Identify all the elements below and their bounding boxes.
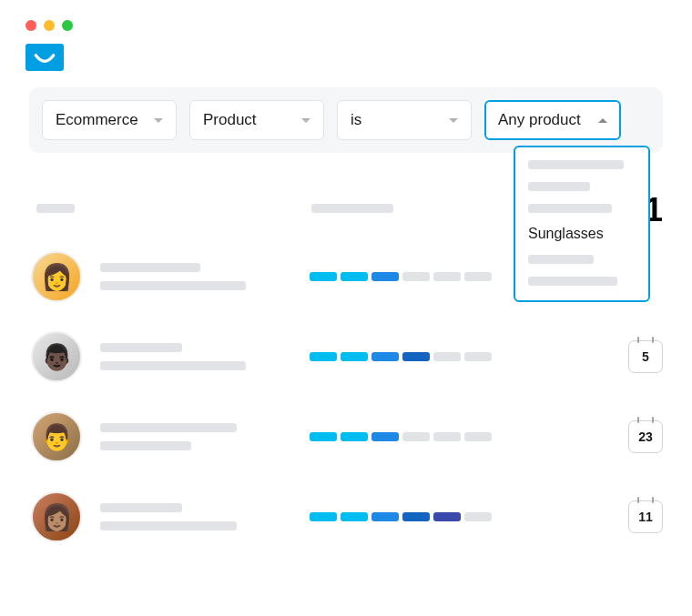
avatar: 👩 bbox=[31, 251, 82, 302]
avatar: 👨 bbox=[31, 411, 82, 462]
list-row[interactable]: 👩🏽 11 bbox=[31, 477, 663, 557]
chevron-down-icon bbox=[154, 118, 163, 123]
activity-bars bbox=[310, 352, 492, 361]
chevron-up-icon bbox=[598, 118, 607, 123]
name-placeholder bbox=[100, 503, 182, 512]
filter-value-dropdown[interactable]: Any product bbox=[484, 100, 621, 140]
bar-segment bbox=[341, 352, 368, 361]
bar-segment bbox=[433, 432, 461, 441]
bar-segment bbox=[433, 272, 461, 281]
bar-segment bbox=[371, 352, 399, 361]
bar-segment bbox=[433, 512, 461, 521]
bar-segment bbox=[341, 432, 368, 441]
detail-placeholder bbox=[100, 441, 191, 450]
name-placeholder bbox=[100, 343, 182, 352]
window-minimize-dot[interactable] bbox=[44, 20, 55, 31]
row-text bbox=[100, 423, 310, 450]
app-logo bbox=[25, 44, 64, 71]
window-controls bbox=[0, 0, 692, 31]
option-placeholder[interactable] bbox=[528, 182, 590, 191]
smile-icon bbox=[33, 45, 56, 69]
bar-segment bbox=[341, 512, 368, 521]
activity-bars bbox=[310, 432, 492, 441]
filter-bar: Ecommerce Product is Any product Sunglas… bbox=[29, 87, 663, 153]
option-placeholder[interactable] bbox=[528, 160, 624, 169]
filter-category-dropdown[interactable]: Ecommerce bbox=[42, 100, 177, 140]
bar-segment bbox=[310, 272, 337, 281]
detail-placeholder bbox=[100, 281, 246, 290]
filter-operator-label: is bbox=[351, 111, 361, 129]
option-sunglasses[interactable]: Sunglasses bbox=[528, 226, 636, 242]
avatar: 👩🏽 bbox=[31, 491, 82, 542]
name-placeholder bbox=[100, 423, 237, 432]
calendar-badge: 11 bbox=[628, 500, 663, 533]
detail-placeholder bbox=[100, 521, 237, 530]
window-close-dot[interactable] bbox=[25, 20, 36, 31]
activity-bars bbox=[310, 272, 492, 281]
bar-segment bbox=[371, 512, 399, 521]
option-placeholder[interactable] bbox=[528, 204, 612, 213]
bar-segment bbox=[464, 272, 492, 281]
filter-operator-dropdown[interactable]: is bbox=[337, 100, 472, 140]
window-maximize-dot[interactable] bbox=[62, 20, 73, 31]
calendar-badge: 23 bbox=[628, 420, 663, 453]
column-header-placeholder bbox=[36, 204, 75, 213]
chevron-down-icon bbox=[301, 118, 310, 123]
row-text bbox=[100, 503, 310, 530]
row-text bbox=[100, 263, 310, 290]
list-row[interactable]: 👨 23 bbox=[31, 397, 663, 477]
activity-bars bbox=[310, 512, 492, 521]
bar-segment bbox=[433, 352, 461, 361]
bar-segment bbox=[402, 272, 430, 281]
bar-segment bbox=[464, 432, 492, 441]
column-header-placeholder bbox=[311, 204, 393, 213]
bar-segment bbox=[371, 272, 399, 281]
filter-category-label: Ecommerce bbox=[56, 111, 138, 129]
avatar: 👨🏿 bbox=[31, 331, 82, 382]
bar-segment bbox=[402, 352, 430, 361]
name-placeholder bbox=[100, 263, 200, 272]
date-value: 23 bbox=[638, 429, 653, 444]
option-placeholder[interactable] bbox=[528, 277, 617, 286]
bar-segment bbox=[464, 352, 492, 361]
filter-value-options-panel: Sunglasses bbox=[514, 146, 650, 302]
filter-entity-dropdown[interactable]: Product bbox=[189, 100, 324, 140]
bar-segment bbox=[341, 272, 368, 281]
option-placeholder[interactable] bbox=[528, 255, 594, 264]
bar-segment bbox=[402, 512, 430, 521]
calendar-badge: 5 bbox=[628, 340, 663, 373]
chevron-down-icon bbox=[449, 118, 458, 123]
date-value: 5 bbox=[642, 349, 649, 364]
bar-segment bbox=[310, 352, 337, 361]
filter-entity-label: Product bbox=[203, 111, 257, 129]
bar-segment bbox=[371, 432, 399, 441]
bar-segment bbox=[464, 512, 492, 521]
bar-segment bbox=[402, 432, 430, 441]
list-row[interactable]: 👨🏿 5 bbox=[31, 317, 663, 397]
detail-placeholder bbox=[100, 361, 246, 370]
date-value: 11 bbox=[638, 510, 653, 524]
bar-segment bbox=[310, 512, 337, 521]
row-text bbox=[100, 343, 310, 370]
bar-segment bbox=[310, 432, 337, 441]
filter-value-label: Any product bbox=[498, 111, 581, 129]
